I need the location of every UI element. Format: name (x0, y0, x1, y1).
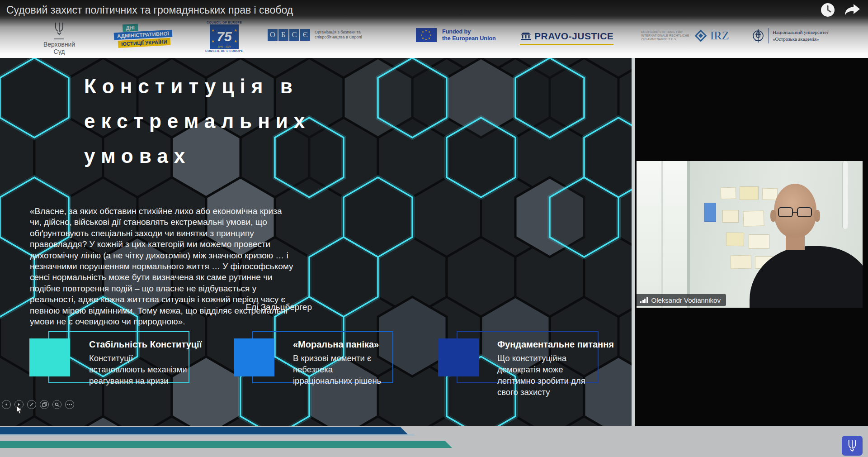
pen-button[interactable] (27, 400, 36, 409)
card-accent-square (29, 338, 70, 376)
video-player: Верховний Суд ДНІ АДМІНІСТРАТИВНОЇ ЮСТИЦ… (0, 0, 868, 457)
logo-osce: О Б С Є Організація з безпеки та співроб… (268, 29, 362, 41)
speaker-panel: Oleksandr Vodiannikov (635, 58, 868, 426)
eu-flag-icon (416, 28, 437, 42)
card-fundamental-question (438, 338, 479, 376)
logo-eu: Funded by the European Union (416, 28, 496, 42)
diamond-icon (694, 29, 708, 43)
speaker-ear (770, 210, 776, 222)
wall-paper (726, 233, 745, 247)
zoom-button[interactable] (52, 400, 61, 409)
wall-paper (721, 187, 736, 199)
speaker-name-bar: Oleksandr Vodiannikov (637, 294, 726, 306)
window (637, 161, 690, 308)
wall-paper (722, 210, 739, 223)
divider (54, 38, 64, 39)
wall-paper (743, 210, 764, 227)
slide-title: Конституція в екстремальних умовах (84, 69, 311, 173)
video-title[interactable]: Судовий захист політичних та громадянськ… (6, 4, 293, 16)
wall-paper (731, 255, 752, 269)
logo-pravo-justice: PRAVO-JUSTICE (520, 31, 613, 45)
mouse-cursor (16, 405, 23, 416)
bottom-strip (0, 426, 868, 457)
progress-bar-teal (0, 441, 452, 448)
logo-ostroh-academy: Національний університет «Острозька акад… (751, 27, 829, 44)
slides-overview-button[interactable] (40, 400, 49, 409)
wall-paper (762, 188, 778, 200)
speaker-ear (814, 210, 820, 222)
trident-icon (54, 29, 65, 37)
watch-later-clock-icon[interactable] (820, 2, 835, 19)
wall-paper (704, 203, 716, 222)
more-options-button[interactable] (65, 400, 74, 409)
crest-icon (751, 27, 765, 44)
wall-pipe (842, 161, 848, 229)
bridge-icon (520, 32, 532, 40)
wall-paper (740, 186, 759, 200)
card-accent-square (234, 338, 274, 376)
slide-controls (2, 400, 74, 409)
quote-author: Елі Зальцбергер (199, 302, 312, 312)
trident-badge-icon (842, 436, 863, 456)
presentation-slide: Конституція в екстремальних умовах «Влас… (0, 58, 632, 426)
share-icon[interactable] (844, 2, 861, 19)
logo-irz: DEUTSCHE STIFTUNG FÜR INTERNATIONALE REC… (641, 29, 729, 43)
speaker-name: Oleksandr Vodiannikov (651, 296, 721, 304)
speaker-webcam-video: Oleksandr Vodiannikov (637, 161, 863, 308)
signal-bars-icon (640, 297, 648, 303)
logo-admin-justice-days: ДНІ АДМІНІСТРАТИВНОЇ ЮСТИЦІЇ УКРАЇНИ (113, 21, 173, 48)
panel-divider (632, 58, 635, 426)
speaker-body (750, 246, 863, 308)
logo-supreme-court: Верховний Суд (39, 22, 80, 55)
glasses (778, 207, 812, 217)
prev-slide-button[interactable] (2, 400, 11, 409)
progress-bar-navy (0, 427, 408, 434)
wall-paper (749, 234, 769, 249)
conference-header: Верховний Суд ДНІ АДМІНІСТРАТИВНОЇ ЮСТИЦ… (0, 19, 868, 58)
logo-council-of-europe: COUNCIL OF EUROPE ★ ★ ★ ★ 75 1949 - 2024… (204, 21, 244, 52)
coe-75-box: ★ ★ ★ ★ 75 1949 - 2024 (210, 24, 239, 49)
logo-label: Верховний Суд (39, 41, 80, 55)
